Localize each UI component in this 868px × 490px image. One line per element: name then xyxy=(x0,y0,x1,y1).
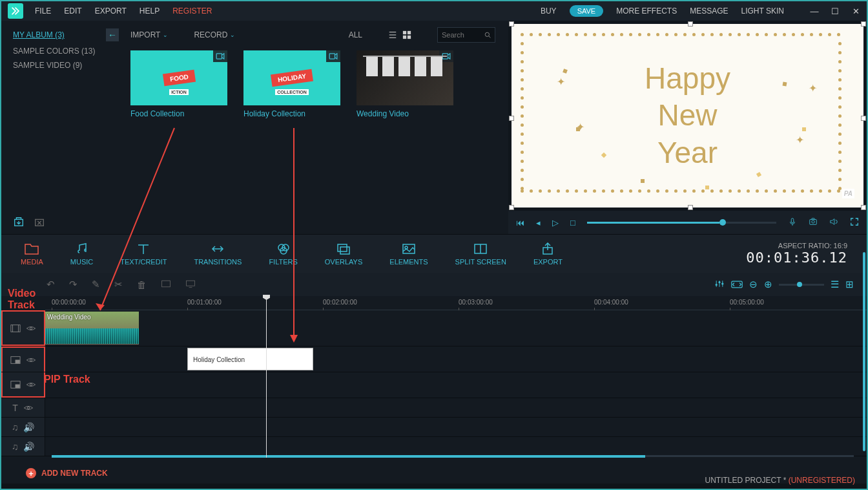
pip-track-1[interactable]: Holiday Collection xyxy=(45,346,867,372)
goto-start-icon[interactable]: ⏮ xyxy=(516,218,524,228)
clip-holiday-collection[interactable]: Holiday Collection xyxy=(187,348,313,370)
undo-icon[interactable]: ↶ xyxy=(46,279,55,290)
audio-track-head-2[interactable]: ♫ 🔊 xyxy=(1,437,45,456)
svg-line-8 xyxy=(489,36,491,38)
menu-help[interactable]: HELP xyxy=(140,6,160,16)
tab-media[interactable]: MEDIA xyxy=(21,242,43,266)
svg-rect-5 xyxy=(403,36,406,39)
menu-export[interactable]: EXPORT xyxy=(95,6,127,16)
album-sample-video[interactable]: SAMPLE VIDEO (9) xyxy=(13,61,119,70)
video-track-head[interactable] xyxy=(1,310,45,346)
preview-canvas[interactable]: /*dots generated below*/ Happy New Year … xyxy=(512,24,863,208)
volume-icon[interactable] xyxy=(829,217,838,228)
edit-tool-icon[interactable]: ✎ xyxy=(92,279,100,290)
save-button[interactable]: SAVE xyxy=(570,5,604,17)
music-icon: ♫ xyxy=(12,442,19,452)
eye-icon xyxy=(23,405,34,411)
search-box[interactable] xyxy=(437,27,495,43)
tab-text[interactable]: TEXT/CREDIT xyxy=(120,242,167,266)
menu-register[interactable]: REGISTER xyxy=(172,6,212,16)
import-delete-icon[interactable] xyxy=(34,216,45,228)
album-sample-colors[interactable]: SAMPLE COLORS (13) xyxy=(13,47,119,56)
video-track[interactable]: Wedding Video xyxy=(45,310,867,346)
watermark: PA xyxy=(842,189,854,198)
svg-rect-20 xyxy=(338,244,347,251)
zoom-slider[interactable] xyxy=(779,284,824,286)
category-tabs: MEDIA MUSIC TEXT/CREDIT TRANSITIONS FILT… xyxy=(1,234,867,273)
maximize-button[interactable]: ☐ xyxy=(831,6,840,16)
record-button[interactable]: RECORD ⌄ xyxy=(194,30,235,39)
media-thumb-wedding[interactable]: Wedding Video xyxy=(356,50,453,118)
album-my-album[interactable]: MY ALBUM (3) xyxy=(13,30,65,39)
cut-icon[interactable]: ✂ xyxy=(114,279,123,290)
redo-icon[interactable]: ↷ xyxy=(69,279,78,290)
audio-track-1[interactable] xyxy=(45,418,867,436)
tab-transitions[interactable]: TRANSITIONS xyxy=(194,242,242,266)
fit-zoom-icon[interactable] xyxy=(731,279,743,290)
pip-track-2[interactable] xyxy=(45,372,867,398)
filter-all[interactable]: ALL xyxy=(349,30,362,39)
fullscreen-icon[interactable] xyxy=(850,217,859,228)
playback-slider[interactable] xyxy=(587,222,776,224)
crop-icon[interactable] xyxy=(161,279,171,290)
pip-track-head-1[interactable] xyxy=(1,346,45,372)
svg-rect-37 xyxy=(11,325,20,332)
delete-icon[interactable]: 🗑 xyxy=(137,279,147,290)
play-icon[interactable]: ▷ xyxy=(552,218,559,228)
tab-overlays[interactable]: OVERLAYS xyxy=(325,242,363,266)
audio-mixer-icon[interactable] xyxy=(714,279,725,290)
import-button[interactable]: IMPORT ⌄ xyxy=(130,30,168,39)
import-file-icon[interactable] xyxy=(13,216,25,228)
eye-icon xyxy=(26,325,36,332)
status-bar: UNTITLED PROJECT * (UNREGISTERED) xyxy=(705,476,855,485)
eye-icon xyxy=(26,381,36,388)
thumb-image xyxy=(356,50,453,105)
text-track-head[interactable]: T xyxy=(1,398,45,417)
zoom-in-icon[interactable]: ⊕ xyxy=(764,279,772,290)
menu-light-skin[interactable]: LIGHT SKIN xyxy=(741,6,784,16)
video-badge-icon xyxy=(326,50,340,62)
audio-track-head-1[interactable]: ♫ 🔊 xyxy=(1,418,45,436)
timeline-view-2-icon[interactable]: ⊞ xyxy=(845,279,854,290)
snapshot-icon[interactable] xyxy=(809,217,818,228)
list-view-icon[interactable] xyxy=(388,30,397,39)
svg-point-33 xyxy=(716,284,717,285)
svg-point-46 xyxy=(30,383,32,385)
timeline-scrollbar[interactable] xyxy=(52,455,854,459)
album-back-button[interactable]: ← xyxy=(106,28,119,41)
playhead[interactable] xyxy=(266,296,267,458)
audio-track-2[interactable] xyxy=(45,437,867,456)
svg-point-43 xyxy=(30,359,32,361)
menu-message[interactable]: MESSAGE xyxy=(690,6,728,16)
screen-icon[interactable] xyxy=(185,279,196,290)
stop-icon[interactable]: □ xyxy=(570,218,575,228)
close-button[interactable]: ✕ xyxy=(851,6,860,16)
timeline-view-1-icon[interactable]: ☰ xyxy=(831,279,839,290)
tab-split-screen[interactable]: SPLIT SCREEN xyxy=(455,242,506,266)
record-voiceover-icon[interactable] xyxy=(788,217,797,228)
svg-point-47 xyxy=(27,407,29,409)
timeline-ruler[interactable]: 00:00:00:00 00:01:00:00 00:02:00:00 00:0… xyxy=(45,296,867,310)
minimize-button[interactable]: — xyxy=(810,6,819,16)
annotation-video-track: VideoTrack xyxy=(8,288,36,310)
clip-audio-wave[interactable] xyxy=(45,328,139,344)
media-thumb-holiday[interactable]: HOLIDAY COLLECTION Holiday Collection xyxy=(243,50,340,118)
text-track[interactable] xyxy=(45,398,867,417)
prev-frame-icon[interactable]: ◂ xyxy=(536,218,541,228)
tab-filters[interactable]: FILTERS xyxy=(269,242,297,266)
menu-edit[interactable]: EDIT xyxy=(64,6,81,16)
grid-view-icon[interactable] xyxy=(402,30,411,39)
svg-point-16 xyxy=(812,220,814,222)
media-thumb-food[interactable]: FOOD ICTION Food Collection xyxy=(130,50,227,118)
menu-more-effects[interactable]: MORE EFFECTS xyxy=(616,6,677,16)
tab-elements[interactable]: ELEMENTS xyxy=(389,242,428,266)
tab-music[interactable]: MUSIC xyxy=(70,242,93,266)
tab-export[interactable]: EXPORT xyxy=(533,242,563,266)
vertical-scrollbar[interactable] xyxy=(863,252,865,451)
search-input[interactable] xyxy=(442,31,480,39)
add-track-button[interactable]: + ADD NEW TRACK xyxy=(26,468,108,478)
menu-buy[interactable]: BUY xyxy=(541,6,557,16)
zoom-out-icon[interactable]: ⊖ xyxy=(749,279,758,290)
menu-file[interactable]: FILE xyxy=(35,6,51,16)
pip-track-head-2[interactable] xyxy=(1,372,45,398)
